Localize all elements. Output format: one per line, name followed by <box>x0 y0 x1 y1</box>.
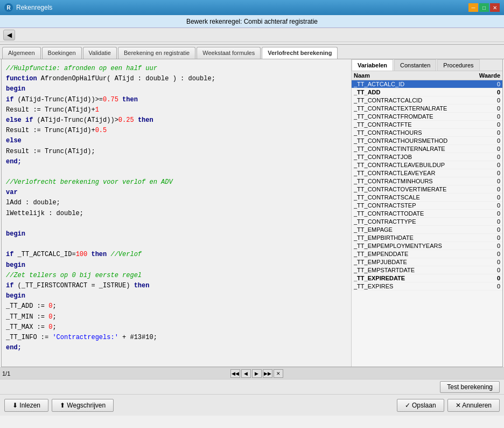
variable-row[interactable]: _TT_CONTRACTLEAVEYEAR0 <box>352 169 502 177</box>
variable-row[interactable]: _TT_ACTCALC_ID0 <box>352 80 502 88</box>
variable-row[interactable]: _TT_EMPSTARTDATE0 <box>352 266 502 274</box>
variable-waarde: 0 <box>468 267 500 273</box>
maximize-button[interactable]: □ <box>479 3 489 12</box>
annuleren-button[interactable]: ✕ Annuleren <box>447 399 500 412</box>
variable-row[interactable]: _TT_CONTRACTHOURSMETHOD0 <box>352 137 502 145</box>
variable-naam: _TT_CONTRACTCALCID <box>354 97 468 103</box>
window-title: Rekenregels <box>16 4 52 11</box>
tab-algemeen[interactable]: Algemeen <box>2 47 41 59</box>
tab-weekstaat[interactable]: Weekstaat formules <box>197 47 261 59</box>
variable-row[interactable]: _TT_CONTRACTSCALE0 <box>352 194 502 202</box>
title-bar-left: R Rekenregels <box>4 3 52 12</box>
variable-waarde: 0 <box>468 234 500 241</box>
variable-row[interactable]: _TT_EMPENDDATE0 <box>352 250 502 258</box>
variable-waarde: 0 <box>468 154 500 160</box>
variable-row[interactable]: _TT_CONTRACTSTEP0 <box>352 202 502 210</box>
right-tabs: Variabelen Constanten Procedures <box>352 59 502 71</box>
variable-naam: _TT_EMPJUBDATE <box>354 259 468 265</box>
variable-waarde: 0 <box>468 81 500 87</box>
variable-waarde: 0 <box>468 243 500 249</box>
tab-verlofrecht[interactable]: Verlofrecht berekening <box>262 47 338 59</box>
nav-clear[interactable]: ✕ <box>274 369 283 378</box>
variable-waarde: 0 <box>468 129 500 136</box>
variable-row[interactable]: _TT_CONTRACTFROMDATE0 <box>352 113 502 121</box>
action-bar: ⬇ Inlezen ⬆ Wegschrijven ✓ Opslaan ✕ Ann… <box>0 394 504 416</box>
variable-waarde: 0 <box>468 259 500 265</box>
variable-row[interactable]: _TT_CONTRACTLEAVEBUILDUP0 <box>352 161 502 169</box>
variable-waarde: 0 <box>468 218 500 225</box>
inlezen-button[interactable]: ⬇ Inlezen <box>4 399 48 412</box>
test-button[interactable]: Test berekening <box>440 381 500 393</box>
close-button[interactable]: ✕ <box>490 3 500 12</box>
variable-row[interactable]: _TT_CONTRACTINTERNALRATE0 <box>352 145 502 153</box>
tab-procedures[interactable]: Procedures <box>437 59 479 71</box>
variable-naam: _TT_EXPIRES <box>354 283 468 289</box>
variable-row[interactable]: _TT_CONTRACTHOURS0 <box>352 129 502 137</box>
title-bar: R Rekenregels ─ □ ✕ <box>0 0 504 15</box>
tab-validatie[interactable]: Validatie <box>83 47 117 59</box>
page-info: 1/1 <box>2 370 10 377</box>
variable-naam: _TT_CONTRACTTYPE <box>354 218 468 225</box>
variables-list[interactable]: _TT_ACTCALC_ID0_TT_ADD0_TT_CONTRACTCALCI… <box>352 80 502 367</box>
subtitle-bar: Bewerk rekenregel: Combi achteraf regist… <box>0 15 504 28</box>
code-editor[interactable]: //Hulpfunctie: afronden op een half uur … <box>2 59 351 367</box>
tab-constanten[interactable]: Constanten <box>394 59 436 71</box>
variable-row[interactable]: _TT_EMPBIRTHDATE0 <box>352 234 502 242</box>
variable-waarde: 0 <box>468 275 500 281</box>
variable-naam: _TT_CONTRACTSTEP <box>354 202 468 209</box>
variable-row[interactable]: _TT_CONTRACTFTE0 <box>352 121 502 129</box>
nav-last[interactable]: ▶▶ <box>263 369 272 378</box>
variable-naam: _TT_CONTRACTMINHOURS <box>354 178 468 184</box>
variable-row[interactable]: _TT_EMPAGE0 <box>352 226 502 234</box>
wegschrijven-button[interactable]: ⬆ Wegschrijven <box>52 399 114 412</box>
minimize-button[interactable]: ─ <box>468 3 478 12</box>
variable-waarde: 0 <box>468 113 500 120</box>
variable-naam: _TT_CONTRACTHOURSMETHOD <box>354 137 468 144</box>
variable-row[interactable]: _TT_CONTRACTOVERTIMERATE0 <box>352 185 502 194</box>
tab-boekingen[interactable]: Boekingen <box>42 47 82 59</box>
variable-row[interactable]: _TT_EMPJUBDATE0 <box>352 258 502 266</box>
variable-waarde: 0 <box>468 186 500 192</box>
variable-row[interactable]: _TT_CONTRACTMINHOURS0 <box>352 177 502 185</box>
code-content: //Hulpfunctie: afronden op een half uur … <box>6 64 347 353</box>
variable-naam: _TT_EMPEMPLOYMENTYEARS <box>354 243 468 249</box>
variable-row[interactable]: _TT_EXPIRES0 <box>352 282 502 291</box>
variable-row[interactable]: _TT_ADD0 <box>352 88 502 96</box>
variable-naam: _TT_CONTRACTTODATE <box>354 210 468 217</box>
opslaan-button[interactable]: ✓ Opslaan <box>397 399 444 412</box>
variable-naam: _TT_EMPSTARTDATE <box>354 267 468 273</box>
variable-row[interactable]: _TT_EMPEMPLOYMENTYEARS0 <box>352 242 502 250</box>
nav-next[interactable]: ▶ <box>252 369 262 378</box>
header-waarde: Waarde <box>468 72 500 79</box>
variable-naam: _TT_CONTRACTLEAVEYEAR <box>354 170 468 176</box>
variable-naam: _TT_EMPBIRTHDATE <box>354 234 468 241</box>
variable-waarde: 0 <box>468 137 500 144</box>
status-bar: Test berekening <box>0 379 504 394</box>
variable-row[interactable]: _TT_CONTRACTTODATE0 <box>352 210 502 218</box>
variable-row[interactable]: _TT_CONTRACTTYPE0 <box>352 218 502 226</box>
variable-naam: _TT_ACTCALC_ID <box>354 81 468 87</box>
variable-naam: _TT_EMPAGE <box>354 226 468 233</box>
variable-waarde: 0 <box>468 251 500 257</box>
subtitle-text: Bewerk rekenregel: Combi achteraf regist… <box>186 18 318 25</box>
variable-naam: _TT_CONTRACTJOB <box>354 154 468 160</box>
variable-naam: _TT_CONTRACTLEAVEBUILDUP <box>354 162 468 168</box>
variable-row[interactable]: _TT_CONTRACTJOB0 <box>352 153 502 161</box>
tab-variabelen[interactable]: Variabelen <box>352 59 393 71</box>
variable-row[interactable]: _TT_CONTRACTEXTERNALRATE0 <box>352 105 502 113</box>
variable-waarde: 0 <box>468 178 500 184</box>
variable-row[interactable]: _TT_CONTRACTCALCID0 <box>352 96 502 105</box>
nav-row: 1/1 ◀◀ ◀ ▶ ▶▶ ✕ <box>0 367 504 379</box>
nav-prev[interactable]: ◀ <box>241 369 251 378</box>
back-button[interactable]: ◀ <box>3 30 15 40</box>
window-controls[interactable]: ─ □ ✕ <box>468 3 500 12</box>
variable-waarde: 0 <box>468 121 500 128</box>
variable-naam: _TT_CONTRACTOVERTIMERATE <box>354 186 468 192</box>
app-icon: R <box>4 3 13 12</box>
variable-row[interactable]: _TT_EXPIREDATE0 <box>352 274 502 282</box>
nav-first[interactable]: ◀◀ <box>230 369 240 378</box>
variable-naam: _TT_EMPENDDATE <box>354 251 468 257</box>
variable-waarde: 0 <box>468 210 500 217</box>
variable-waarde: 0 <box>468 105 500 112</box>
tab-berekening[interactable]: Berekening en registratie <box>118 47 195 59</box>
